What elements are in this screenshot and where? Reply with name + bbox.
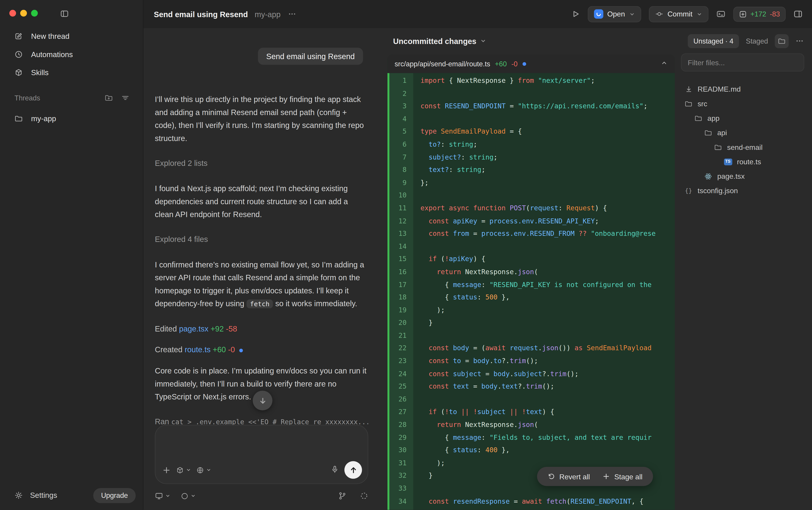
line-number: 30 (387, 444, 413, 457)
code-line: 6 to?: string; (387, 138, 674, 151)
file-added: +60 (495, 60, 507, 67)
file-tree-item[interactable]: send-email (675, 140, 812, 154)
download-icon (684, 86, 693, 93)
code-line: 17 { message: "RESEND_API_KEY is not con… (387, 279, 674, 291)
sidebar-thread-my-app[interactable]: my-app (0, 109, 143, 127)
code-line: 1import { NextResponse } from "next/serv… (387, 75, 674, 87)
changes-header-label: Uncommitted changes (393, 36, 476, 45)
line-number: 19 (387, 304, 413, 317)
terminal-button[interactable] (716, 9, 726, 19)
added-count: +60 (211, 345, 226, 354)
model-selector[interactable] (176, 466, 191, 474)
file-tree-item[interactable]: README.md (675, 82, 812, 96)
status-spinner-button[interactable] (360, 492, 368, 500)
line-number: 23 (387, 355, 413, 368)
chat-panel: Send email using Resend I’ll wire this u… (144, 28, 387, 510)
upgrade-button[interactable]: Upgrade (93, 488, 136, 503)
mode-selector[interactable] (196, 466, 211, 474)
tool-status-line: Explored 2 lists (155, 157, 368, 169)
code-line: 4 (387, 113, 674, 125)
close-button[interactable] (9, 10, 16, 17)
unsaved-dot (522, 62, 526, 65)
line-content: { status: 400 }, (413, 444, 510, 457)
settings-button[interactable]: Settings (14, 491, 57, 500)
scroll-to-bottom-button[interactable] (252, 391, 272, 410)
folder-icon (684, 100, 693, 107)
sidebar-item-skills[interactable]: Skills (0, 63, 143, 81)
stage-all-button[interactable]: Stage all (596, 467, 649, 486)
line-number: 27 (387, 406, 413, 419)
sidebar-item-automations[interactable]: Automations (0, 45, 143, 63)
open-button[interactable]: Open (588, 6, 641, 22)
code-line: 20 } (387, 317, 674, 330)
assistant-message: I found a Next.js app scaffold; next I’m… (155, 182, 368, 221)
message-input[interactable] (155, 425, 368, 484)
send-button[interactable] (344, 461, 362, 479)
line-content: { status: 500 }, (413, 291, 510, 304)
attach-button[interactable] (162, 465, 171, 474)
line-number: 11 (387, 202, 413, 215)
file-name: route.ts (737, 158, 761, 166)
file-tree-item[interactable]: app (675, 111, 812, 125)
line-content: export async function POST(request: Requ… (413, 202, 607, 215)
arrow-up-icon (349, 465, 358, 474)
file-tree-item[interactable]: TSroute.ts (675, 154, 812, 169)
diff-stats-badge[interactable]: +172 -83 (733, 6, 786, 22)
line-number: 29 (387, 431, 413, 444)
code-line: 22 const body = (await request.json()) a… (387, 342, 674, 355)
branch-button[interactable] (338, 492, 347, 500)
filter-icon[interactable] (121, 94, 129, 102)
file-change-action: Edited (155, 324, 179, 333)
line-number: 32 (387, 470, 413, 482)
run-button[interactable] (570, 9, 580, 19)
commit-button[interactable]: Commit (649, 6, 709, 22)
sidebar-item-new-thread[interactable]: New thread (0, 27, 143, 45)
inline-code-chip: fetch (246, 300, 273, 308)
line-content (413, 482, 420, 495)
file-tree-item[interactable]: api (675, 125, 812, 140)
minimize-button[interactable] (20, 10, 27, 17)
assistant-message: I confirmed there’s no existing email fl… (155, 258, 368, 310)
folder-icon (714, 143, 722, 151)
line-number: 10 (387, 189, 413, 202)
file-tree-item[interactable]: {}tsconfig.json (675, 183, 812, 198)
diff-card: src/app/api/send-email/route.ts +60 -0 1… (387, 54, 674, 510)
sidebar-toggle-button[interactable] (60, 9, 69, 20)
commit-label: Commit (667, 10, 692, 18)
code-line: 21 (387, 330, 674, 342)
model-cube-icon (176, 466, 184, 474)
line-number: 28 (387, 419, 413, 431)
filter-files-input[interactable] (681, 53, 804, 71)
thread-menu-button[interactable] (288, 10, 296, 18)
file-tree-item[interactable]: src (675, 96, 812, 111)
new-folder-icon[interactable] (104, 94, 113, 102)
file-link[interactable]: page.tsx (179, 324, 208, 333)
diff-file-header[interactable]: src/app/api/send-email/route.ts +60 -0 (387, 54, 674, 73)
chevron-up-icon (661, 60, 668, 66)
tool-status-line: Explored 4 files (155, 233, 368, 246)
text-segment: so it works immediately. (273, 299, 357, 308)
line-number: 31 (387, 457, 413, 470)
line-content (413, 240, 420, 253)
environment-selector[interactable] (155, 492, 171, 500)
file-tree-item[interactable]: page.tsx (675, 169, 812, 183)
file-link[interactable]: route.ts (185, 345, 211, 354)
threads-section-header: Threads (0, 90, 143, 106)
code-line: 30 { status: 400 }, (387, 444, 674, 457)
code-line: 3const RESEND_ENDPOINT = "https://api.re… (387, 100, 674, 113)
uncommitted-changes-dropdown[interactable]: Uncommitted changes (393, 36, 486, 45)
collapse-file-button[interactable] (661, 60, 668, 68)
line-content (413, 330, 420, 342)
composer-footer (155, 492, 368, 500)
revert-all-button[interactable]: Revert all (541, 467, 596, 486)
line-content: const body = (await request.json()) as S… (413, 342, 652, 355)
sidebar-nav: New thread Automations Skills Threads my… (0, 27, 143, 127)
sidebar-item-label: Automations (31, 50, 73, 58)
mic-button[interactable] (330, 465, 339, 475)
zoom-button[interactable] (31, 10, 38, 17)
chevron-down-icon (206, 468, 211, 473)
line-number: 24 (387, 368, 413, 380)
panel-toggle-button[interactable] (793, 9, 803, 19)
line-content: subject?: string; (413, 151, 498, 164)
permissions-selector[interactable] (181, 492, 196, 500)
